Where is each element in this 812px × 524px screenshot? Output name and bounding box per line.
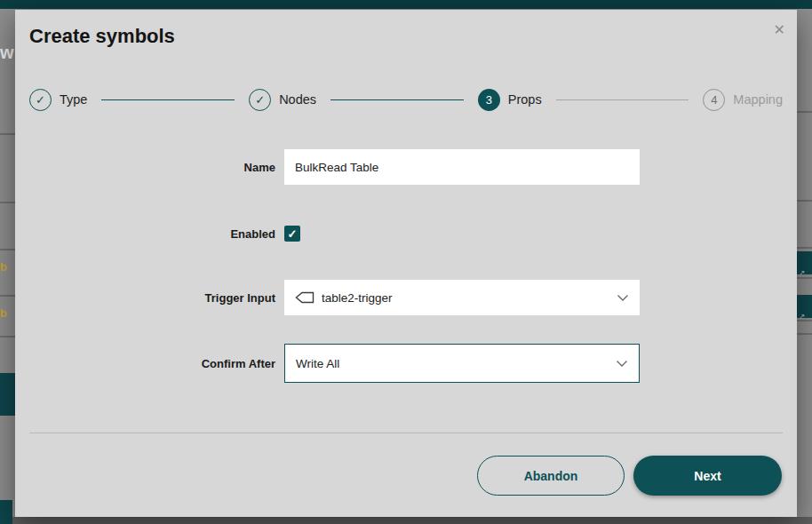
step-label: Props: [508, 92, 542, 107]
tag-icon: [295, 290, 314, 305]
backdrop-teal-button: [0, 500, 12, 524]
chevron-down-icon: [617, 294, 629, 301]
confirm-after-value: Write All: [296, 357, 339, 370]
wizard-stepper: ✓ Type ✓ Nodes 3 Props 4 Mapping: [29, 88, 783, 111]
backdrop-divider: [797, 277, 812, 279]
trigger-input-select[interactable]: table2-trigger: [284, 280, 640, 315]
enabled-label: Enabled: [29, 227, 284, 241]
backdrop-teal-button: ↗: [797, 251, 812, 274]
expand-icon: ↗: [799, 313, 806, 321]
checkmark-icon: ✓: [288, 227, 298, 241]
trigger-input-label: Trigger Input: [29, 291, 284, 305]
step-connector: [330, 99, 464, 100]
backdrop-bottom-strip: [0, 517, 812, 524]
name-input[interactable]: [284, 149, 640, 185]
backdrop-link-fragment: b: [0, 306, 12, 320]
trigger-input-row: Trigger Input table2-trigger: [29, 280, 640, 315]
step-mapping[interactable]: 4 Mapping: [703, 89, 783, 111]
next-button[interactable]: Next: [633, 456, 782, 496]
step-check-icon: ✓: [29, 89, 52, 111]
step-nodes[interactable]: ✓ Nodes: [249, 89, 316, 111]
backdrop-divider: [797, 111, 812, 113]
trigger-input-value: table2-trigger: [322, 291, 393, 305]
step-props[interactable]: 3 Props: [478, 89, 542, 111]
confirm-after-label: Confirm After: [29, 357, 284, 370]
enabled-row: Enabled ✓: [29, 223, 300, 244]
confirm-after-row: Confirm After Write All: [29, 344, 640, 383]
backdrop-divider: [0, 336, 15, 337]
step-connector: [556, 99, 689, 100]
step-connector: [101, 99, 235, 100]
step-type[interactable]: ✓ Type: [29, 89, 87, 111]
footer-divider: [29, 433, 783, 433]
step-check-icon: ✓: [249, 89, 271, 111]
backdrop-divider: [0, 249, 15, 250]
step-number: 3: [478, 89, 500, 111]
backdrop-divider: [797, 333, 812, 335]
backdrop-divider: [0, 133, 15, 135]
enabled-checkbox[interactable]: ✓: [284, 226, 300, 242]
step-label: Type: [60, 92, 87, 107]
backdrop-divider: [0, 295, 15, 297]
create-symbols-dialog: Create symbols ✕ ✓ Type ✓ Nodes 3 Props …: [15, 10, 797, 517]
backdrop-link-fragment: b: [0, 260, 12, 274]
name-row: Name: [29, 149, 640, 185]
backdrop-heading-fragment: w: [0, 43, 14, 63]
name-label: Name: [29, 161, 284, 174]
backdrop-teal-button: ↗: [797, 295, 812, 318]
confirm-after-select[interactable]: Write All: [284, 344, 640, 383]
step-label: Nodes: [279, 92, 316, 107]
dialog-title: Create symbols: [29, 25, 175, 48]
abandon-button[interactable]: Abandon: [477, 456, 625, 496]
step-number: 4: [703, 89, 725, 111]
chevron-down-icon: [616, 360, 628, 367]
backdrop-divider: [797, 247, 812, 249]
backdrop-divider: [0, 202, 15, 203]
backdrop-teal-button: [0, 373, 15, 416]
step-label: Mapping: [733, 92, 783, 107]
app-topbar: [0, 0, 812, 9]
backdrop-divider: [797, 200, 812, 202]
close-icon[interactable]: ✕: [774, 23, 785, 37]
expand-icon: ↗: [799, 269, 806, 277]
